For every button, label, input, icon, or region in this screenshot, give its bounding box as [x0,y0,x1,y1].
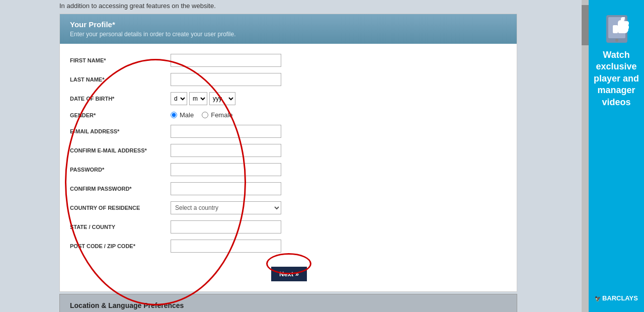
location-section: Location & Language Preferences Help us … [59,294,517,312]
confirm-password-label: CONFIRM PASSWORD* [70,186,171,192]
confirm-email-row: CONFIRM E-MAIL ADDRESS* [70,144,507,157]
last-name-input[interactable] [171,73,281,86]
gender-male-option[interactable]: Male [171,111,194,119]
intro-text: In addition to accessing great features … [59,0,517,14]
svg-point-2 [615,39,618,42]
gender-female-radio[interactable] [202,112,208,118]
dob-group: d m yyy [171,92,235,105]
thumbs-up-icon [599,10,634,45]
gender-label: GENDER* [70,112,171,118]
profile-header: Your Profile* Enter your personal detail… [60,14,517,44]
confirm-password-input[interactable] [171,182,281,195]
password-input[interactable] [171,163,281,176]
next-button-wrapper: Next » [171,263,307,281]
barclays-logo: 🦅 BARCLAYS [595,294,638,307]
password-label: PASSWORD* [70,167,171,173]
last-name-row: LAST NAME* [70,73,507,86]
confirm-email-label: CONFIRM E-MAIL ADDRESS* [70,147,171,153]
dob-month-select[interactable]: m [189,92,207,105]
profile-subtitle: Enter your personal details in order to … [70,31,507,38]
gender-female-option[interactable]: Female [202,111,232,119]
ad-text: Watch exclusive player and manager video… [593,49,640,108]
postcode-row: POST CODE / ZIP CODE* [70,240,507,253]
email-input[interactable] [171,125,281,138]
first-name-label: FIRST NAME* [70,57,171,63]
country-row: COUNTRY OF RESIDENCE Select a country [70,201,507,214]
svg-rect-3 [613,25,618,33]
sidebar-ad: Watch exclusive player and manager video… [589,0,644,312]
gender-group: Male Female [171,111,233,119]
location-title: Location & Language Preferences [70,301,507,309]
dob-row: DATE OF BIRTH* d m yyy [70,92,507,105]
scrollbar-thumb[interactable] [582,5,589,45]
first-name-input[interactable] [171,54,281,67]
password-row: PASSWORD* [70,163,507,176]
next-button[interactable]: Next » [271,267,307,281]
gender-male-radio[interactable] [171,112,177,118]
email-label: E-MAIL ADDRESS* [70,128,171,134]
state-row: STATE / COUNTY [70,220,507,233]
confirm-email-input[interactable] [171,144,281,157]
barclays-icon: 🦅 [595,296,602,301]
gender-male-label: Male [180,111,194,119]
email-row: E-MAIL ADDRESS* [70,125,507,138]
dob-label: DATE OF BIRTH* [70,96,171,102]
form-body: FIRST NAME* LAST NAME* DATE OF BIRTH* [60,44,517,291]
dob-year-select[interactable]: yyy [209,92,235,105]
barclays-brand: BARCLAYS [602,294,638,302]
scrollbar[interactable] [582,0,589,312]
gender-row: GENDER* Male Female [70,111,507,119]
dob-day-select[interactable]: d [171,92,187,105]
postcode-label: POST CODE / ZIP CODE* [70,243,171,249]
last-name-label: LAST NAME* [70,76,171,83]
postcode-input[interactable] [171,240,281,253]
profile-section: Your Profile* Enter your personal detail… [59,14,517,292]
first-name-row: FIRST NAME* [70,54,507,67]
confirm-password-row: CONFIRM PASSWORD* [70,182,507,195]
country-select[interactable]: Select a country [171,201,281,214]
profile-title: Your Profile* [70,20,507,29]
state-label: STATE / COUNTY [70,224,171,230]
country-label: COUNTRY OF RESIDENCE [70,205,171,211]
gender-female-label: Female [211,111,232,119]
state-input[interactable] [171,220,281,233]
